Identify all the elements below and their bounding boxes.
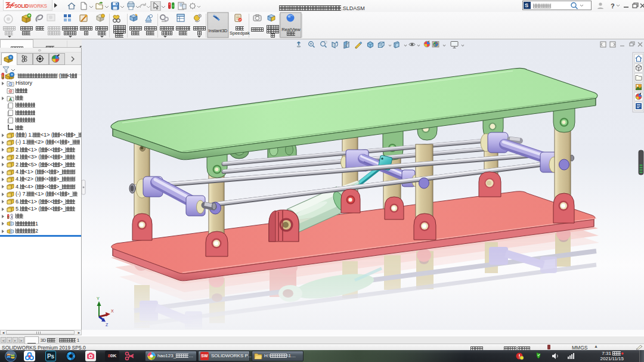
svg-text:?: ? (611, 2, 615, 10)
svg-text:X: X (111, 309, 114, 313)
svg-text:Y: Y (97, 296, 100, 301)
svg-text:A: A (9, 97, 12, 101)
svg-text:SOLID: SOLID (14, 4, 29, 9)
svg-text:Z: Z (106, 323, 109, 327)
svg-text:WORKS: WORKS (29, 4, 48, 9)
